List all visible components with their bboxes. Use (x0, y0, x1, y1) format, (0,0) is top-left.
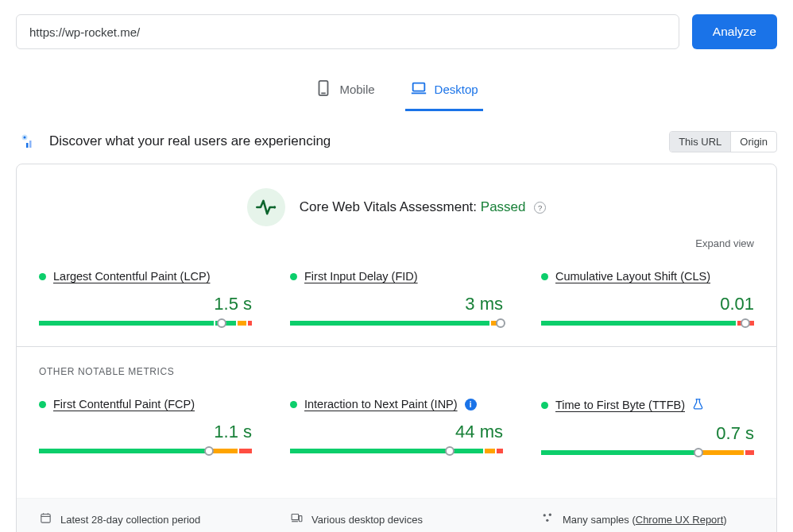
distribution-bar (541, 450, 754, 455)
bar-segment (39, 321, 214, 326)
distribution-marker (445, 446, 455, 456)
distribution-marker (204, 446, 214, 456)
metric-value: 0.7 s (541, 423, 754, 444)
scope-toggle: This URL Origin (669, 131, 777, 152)
svg-point-5 (24, 137, 26, 139)
info-icon[interactable]: i (465, 399, 477, 411)
cwv-card: Core Web Vitals Assessment: Passed ? Exp… (16, 164, 777, 532)
samples-prefix: Many samples ( (563, 514, 636, 526)
metric-cls: Cumulative Layout Shift (CLS) 0.01 (541, 270, 754, 326)
svg-rect-6 (26, 143, 29, 148)
distribution-bar (290, 321, 503, 326)
bar-segment (485, 449, 495, 453)
scatter-icon (541, 511, 555, 527)
calendar-icon (39, 511, 52, 527)
tab-mobile-label: Mobile (339, 83, 374, 96)
footer-period-text: Latest 28-day collection period (60, 514, 200, 526)
phone-icon (315, 79, 332, 99)
metric-name-link[interactable]: Interaction to Next Paint (INP) (304, 398, 458, 411)
status-dot (290, 401, 297, 408)
svg-rect-7 (29, 141, 32, 148)
status-dot (39, 401, 46, 408)
divider (17, 346, 776, 347)
pulse-icon (247, 188, 285, 226)
svg-point-18 (549, 514, 551, 516)
other-metrics-grid: First Contentful Paint (FCP) 1.1 s Inter… (39, 398, 754, 476)
top-input-row: Analyze (0, 0, 793, 49)
svg-point-8 (273, 206, 277, 209)
section-header: Discover what your real users are experi… (0, 130, 793, 152)
status-dot (541, 273, 548, 280)
bar-segment (745, 450, 754, 455)
bar-segment (290, 321, 489, 326)
metric-name-link[interactable]: Largest Contentful Paint (LCP) (53, 270, 210, 283)
footer-devices: Various desktop devices (290, 511, 503, 527)
section-title: Discover what your real users are experi… (49, 133, 331, 149)
metric-name-link[interactable]: Cumulative Layout Shift (CLS) (555, 270, 710, 283)
tab-desktop-label: Desktop (435, 83, 478, 96)
assessment-prefix: Core Web Vitals Assessment: (300, 199, 481, 214)
laptop-icon (410, 79, 427, 99)
footer-samples-text: Many samples (Chrome UX Report) (563, 514, 727, 526)
svg-rect-16 (299, 516, 302, 522)
distribution-marker (741, 318, 750, 328)
metric-fcp: First Contentful Paint (FCP) 1.1 s (39, 398, 252, 455)
metric-value: 44 ms (290, 422, 503, 442)
discover-icon (16, 130, 38, 152)
assessment-row: Core Web Vitals Assessment: Passed ? (39, 188, 754, 226)
bar-segment (238, 321, 246, 326)
metric-lcp: Largest Contentful Paint (LCP) 1.5 s (39, 270, 252, 326)
bar-segment (698, 450, 744, 455)
metric-value: 1.1 s (39, 422, 252, 442)
metric-name-link[interactable]: First Contentful Paint (FCP) (53, 398, 195, 411)
metric-fid: First Input Delay (FID) 3 ms (290, 270, 503, 326)
devices-icon (290, 511, 304, 527)
bar-segment (39, 449, 207, 453)
distribution-bar (39, 321, 252, 326)
expand-view-link[interactable]: Expand view (39, 237, 754, 249)
core-metrics-grid: Largest Contentful Paint (LCP) 1.5 s Fir… (39, 270, 754, 346)
status-dot (290, 273, 297, 280)
svg-rect-10 (41, 515, 50, 523)
metric-name-link[interactable]: First Input Delay (FID) (304, 270, 418, 283)
tab-mobile[interactable]: Mobile (310, 71, 379, 111)
analyze-button[interactable]: Analyze (692, 14, 777, 49)
distribution-bar (290, 449, 503, 453)
svg-rect-14 (292, 515, 299, 520)
metric-value: 0.01 (541, 294, 754, 314)
bar-segment (541, 450, 696, 455)
bar-segment (541, 321, 736, 326)
bar-segment (248, 321, 252, 326)
assessment-text: Core Web Vitals Assessment: Passed ? (300, 199, 546, 215)
toggle-origin[interactable]: Origin (730, 132, 776, 152)
footer-samples: Many samples (Chrome UX Report) (541, 511, 754, 527)
toggle-this-url[interactable]: This URL (670, 132, 730, 152)
bar-segment (497, 449, 503, 453)
other-metrics-heading: OTHER NOTABLE METRICS (39, 366, 754, 377)
distribution-marker (694, 448, 703, 457)
assessment-result: Passed (481, 199, 526, 214)
metric-name-link[interactable]: Time to First Byte (TTFB) (555, 399, 685, 411)
metric-inp: Interaction to Next Paint (INP) i 44 ms (290, 398, 503, 455)
url-input[interactable] (16, 14, 679, 49)
footer-devices-text: Various desktop devices (311, 514, 423, 526)
experimental-icon[interactable] (692, 398, 704, 412)
distribution-bar (541, 321, 754, 326)
device-tabs: Mobile Desktop (0, 71, 793, 111)
metric-value: 1.5 s (39, 294, 252, 314)
svg-point-17 (543, 514, 546, 516)
svg-rect-2 (412, 83, 424, 91)
chrome-ux-report-link[interactable]: Chrome UX Report (636, 514, 724, 526)
samples-suffix: ) (723, 514, 726, 526)
status-dot (541, 402, 548, 409)
bar-segment (239, 449, 252, 453)
tab-desktop[interactable]: Desktop (405, 71, 483, 111)
help-icon[interactable]: ? (534, 202, 546, 214)
status-dot (39, 273, 46, 280)
metric-value: 3 ms (290, 294, 503, 314)
svg-point-19 (546, 519, 548, 522)
distribution-bar (39, 449, 252, 453)
metric-ttfb: Time to First Byte (TTFB) 0.7 s (541, 398, 754, 455)
distribution-marker (217, 318, 226, 328)
footer-info: Latest 28-day collection period Various … (17, 498, 776, 532)
